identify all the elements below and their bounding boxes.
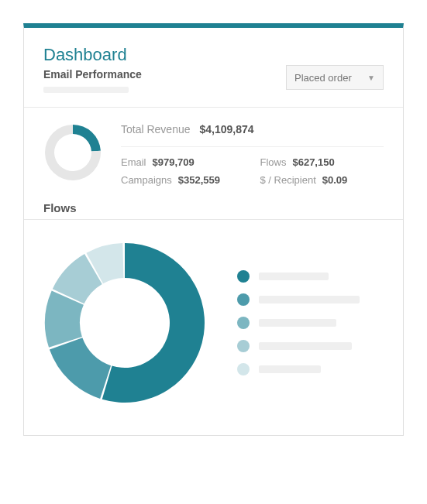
legend-dot-icon [237, 340, 250, 352]
legend-label-placeholder [259, 273, 329, 280]
stat-cell: Campaigns$352,559 [121, 174, 245, 186]
stats-body: Total Revenue $4,109,874 Email$979,709Fl… [121, 123, 384, 186]
metric-select-value: Placed order [294, 72, 352, 84]
legend-label-placeholder [259, 342, 352, 350]
stat-cell: Email$979,709 [121, 156, 245, 168]
stat-value: $627,150 [292, 156, 334, 168]
legend-item [237, 293, 360, 306]
stat-cell: $ / Recipient$0.09 [260, 174, 384, 186]
total-revenue-value: $4,109,874 [200, 123, 254, 135]
stat-label: Campaigns [121, 174, 172, 186]
placeholder-line [43, 87, 129, 93]
legend-item [237, 270, 360, 283]
stat-value: $0.09 [322, 174, 348, 186]
legend-label-placeholder [259, 365, 321, 373]
flows-donut-chart [43, 242, 206, 404]
stat-value: $979,709 [153, 156, 195, 168]
chevron-down-icon: ▼ [367, 74, 375, 82]
stat-label: Email [121, 156, 146, 168]
legend-item [237, 317, 360, 329]
legend-dot-icon [237, 270, 250, 283]
metric-select[interactable]: Placed order ▼ [286, 65, 384, 90]
legend-dot-icon [237, 293, 250, 306]
page-title: Dashboard [43, 45, 384, 65]
legend-label-placeholder [259, 296, 360, 303]
total-revenue-row: Total Revenue $4,109,874 [121, 123, 384, 147]
dashboard-card: Dashboard Email Performance Placed order… [23, 23, 404, 436]
stat-label: $ / Recipient [260, 174, 316, 186]
legend-label-placeholder [259, 319, 336, 327]
revenue-donut-chart [43, 123, 102, 182]
legend-item [237, 340, 360, 352]
flows-section-title: Flows [24, 201, 403, 219]
stats-grid: Email$979,709Flows$627,150Campaigns$352,… [121, 156, 384, 186]
legend-item [237, 363, 360, 375]
legend-dot-icon [237, 317, 250, 329]
stats-panel: Total Revenue $4,109,874 Email$979,709Fl… [24, 107, 403, 201]
stat-cell: Flows$627,150 [260, 156, 384, 168]
donut-slice [50, 338, 111, 399]
flows-panel [24, 219, 403, 435]
stat-value: $352,559 [178, 174, 220, 186]
stat-label: Flows [260, 156, 287, 168]
donut-slice [73, 125, 101, 151]
total-revenue-label: Total Revenue [121, 123, 191, 135]
header: Dashboard Email Performance Placed order… [24, 28, 403, 107]
legend-dot-icon [237, 363, 250, 375]
flows-legend [237, 270, 360, 375]
